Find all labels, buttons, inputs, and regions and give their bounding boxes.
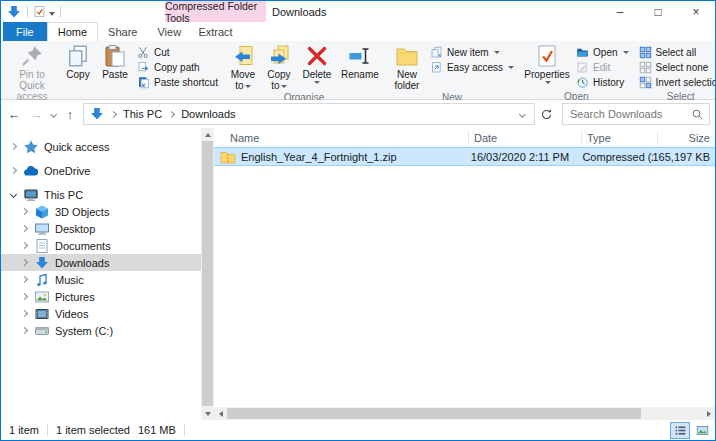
file-row[interactable]: English_Year_4_Fortnight_1.zip 16/03/202… <box>214 147 715 166</box>
chevron-right-icon[interactable] <box>20 259 27 266</box>
back-button[interactable]: ← <box>3 103 25 125</box>
chevron-right-icon[interactable] <box>20 310 27 317</box>
sidebar-item-videos[interactable]: Videos <box>1 305 201 322</box>
sidebar-item-system-c[interactable]: System (C:) <box>1 322 201 339</box>
move-to-button[interactable]: Move to <box>225 42 261 91</box>
scroll-left-arrow[interactable] <box>214 407 227 420</box>
qat-properties-button[interactable] <box>33 5 46 18</box>
scrollbar-thumb[interactable] <box>202 141 213 406</box>
sidebar-item-pictures[interactable]: Pictures <box>1 288 201 305</box>
chevron-right-icon[interactable] <box>20 293 27 300</box>
chevron-down-icon[interactable] <box>9 191 16 198</box>
pin-to-quick-access-button[interactable]: Pin to Quick access <box>4 42 60 103</box>
tab-share[interactable]: Share <box>98 22 147 41</box>
view-switcher <box>670 422 715 439</box>
chevron-right-icon[interactable] <box>20 242 27 249</box>
toolbar-divider <box>27 6 28 17</box>
new-item-button[interactable]: New item <box>427 45 517 60</box>
sidebar-item-label: This PC <box>44 189 83 201</box>
search-button[interactable] <box>691 108 704 121</box>
copy-path-label: Copy path <box>154 62 200 73</box>
sidebar-item-label: Documents <box>55 240 111 252</box>
sidebar-item-downloads[interactable]: Downloads <box>1 254 201 271</box>
selection-size: 161 MB <box>138 424 176 436</box>
column-header-name[interactable]: Name <box>214 130 469 145</box>
paste-button[interactable]: Paste <box>96 42 134 103</box>
history-button[interactable]: History <box>573 75 631 90</box>
sidebar-item-this-pc[interactable]: This PC <box>1 186 201 203</box>
new-folder-icon <box>395 44 419 68</box>
chevron-right-icon[interactable] <box>20 276 27 283</box>
column-header-date[interactable]: Date <box>469 130 582 145</box>
chevron-right-icon[interactable] <box>20 208 27 215</box>
qat-customize-button[interactable] <box>49 6 55 18</box>
minimize-button[interactable]: – <box>601 1 639 22</box>
copy-path-button[interactable]: Copy path <box>134 60 221 75</box>
search-box <box>562 103 710 125</box>
copy-button[interactable]: Copy <box>60 42 96 103</box>
sidebar-item-quick-access[interactable]: Quick access <box>1 138 201 155</box>
new-item-icon <box>430 46 443 59</box>
chevron-right-icon[interactable] <box>20 327 27 334</box>
up-button[interactable]: ↑ <box>59 103 81 125</box>
chevron-right-icon[interactable] <box>20 225 27 232</box>
new-folder-button[interactable]: New folder <box>387 42 427 91</box>
properties-button[interactable]: Properties <box>521 42 573 90</box>
paste-shortcut-button[interactable]: Paste shortcut <box>134 75 221 90</box>
invert-selection-label: Invert selection <box>656 77 716 88</box>
forward-button[interactable]: → <box>25 103 47 125</box>
copy-to-button[interactable]: Copy to <box>261 42 297 91</box>
open-button[interactable]: Open <box>573 45 631 60</box>
delete-button[interactable]: Delete <box>297 42 337 91</box>
cut-button[interactable]: Cut <box>134 45 221 60</box>
scroll-up-arrow[interactable] <box>201 128 214 141</box>
chevron-right-icon[interactable] <box>9 143 16 150</box>
details-view-button[interactable] <box>670 422 690 439</box>
window-title: Downloads <box>272 1 326 22</box>
tab-home[interactable]: Home <box>47 22 98 41</box>
scrollbar-thumb[interactable] <box>227 408 641 419</box>
address-box[interactable]: This PC Downloads <box>83 103 535 125</box>
toolbar-divider <box>60 6 61 17</box>
sidebar-item-documents[interactable]: Documents <box>1 237 201 254</box>
paste-shortcut-icon <box>137 76 150 89</box>
edit-label: Edit <box>593 62 610 73</box>
easy-access-button[interactable]: Easy access <box>427 60 517 75</box>
column-header-type[interactable]: Type <box>582 130 658 145</box>
breadcrumb-downloads[interactable]: Downloads <box>180 108 236 120</box>
tab-file[interactable]: File <box>3 22 47 41</box>
horizontal-scrollbar[interactable] <box>214 407 715 420</box>
recent-locations-button[interactable] <box>47 103 59 125</box>
rename-button[interactable]: Rename <box>337 42 383 91</box>
breadcrumb-this-pc[interactable]: This PC <box>122 108 163 120</box>
select-none-label: Select none <box>656 62 709 73</box>
invert-selection-button[interactable]: Invert selection <box>636 75 716 90</box>
select-all-button[interactable]: Select all <box>636 45 716 60</box>
refresh-button[interactable] <box>535 103 557 125</box>
sidebar-item-desktop[interactable]: Desktop <box>1 220 201 237</box>
file-type: Compressed (zipp... <box>577 151 652 163</box>
downloads-folder-icon <box>6 4 22 20</box>
downloads-folder-icon <box>89 106 105 122</box>
scroll-right-arrow[interactable] <box>702 407 715 420</box>
cut-label: Cut <box>154 47 170 58</box>
scroll-down-arrow[interactable] <box>201 407 214 420</box>
sidebar-item-music[interactable]: Music <box>1 271 201 288</box>
move-to-label: Move to <box>231 69 255 91</box>
maximize-button[interactable]: □ <box>639 1 677 22</box>
select-none-button[interactable]: Select none <box>636 60 716 75</box>
edit-button[interactable]: Edit <box>573 60 631 75</box>
sidebar-item-onedrive[interactable]: OneDrive <box>1 162 201 179</box>
sidebar-scrollbar[interactable] <box>201 128 214 420</box>
tab-extract[interactable]: Extract <box>165 22 266 41</box>
column-header-size[interactable]: Size <box>658 130 715 145</box>
close-button[interactable]: × <box>677 1 715 22</box>
chevron-right-icon[interactable] <box>9 167 16 174</box>
sidebar-item-label: Videos <box>55 308 88 320</box>
address-dropdown-button[interactable] <box>515 112 529 117</box>
sidebar-item-label: Pictures <box>55 291 95 303</box>
large-icons-view-button[interactable] <box>692 422 712 439</box>
search-input[interactable] <box>568 107 691 121</box>
copy-to-label: Copy to <box>267 69 290 91</box>
sidebar-item-3d-objects[interactable]: 3D Objects <box>1 203 201 220</box>
